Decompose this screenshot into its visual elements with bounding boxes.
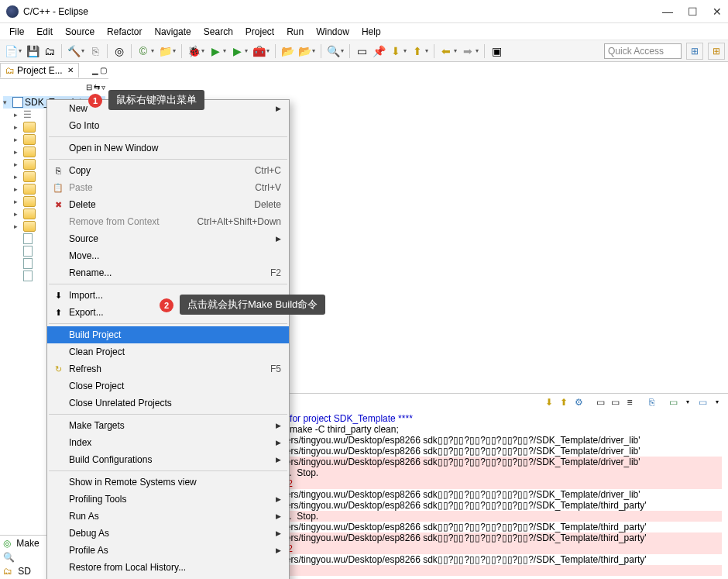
cm-label: Build Configurations <box>69 454 152 465</box>
new-folder-icon[interactable]: 📁 <box>157 43 173 59</box>
build-all-icon[interactable]: ⎘ <box>88 43 103 59</box>
project-explorer-tab[interactable]: 🗂 Project E... ✕ <box>0 63 79 78</box>
menu-navigate[interactable]: Navigate <box>148 25 197 39</box>
file-icon <box>23 233 33 244</box>
open-type-icon[interactable]: 📂 <box>280 43 295 59</box>
console-icon[interactable]: ▭ <box>609 396 621 408</box>
menu-project[interactable]: Project <box>239 25 280 39</box>
view-menu-icon[interactable]: ▿ <box>101 83 105 91</box>
cm-label: Run As <box>69 511 99 522</box>
expand-icon[interactable]: ▾ <box>3 98 11 106</box>
eclipse-logo-icon <box>6 5 19 18</box>
menu-run[interactable]: Run <box>280 25 310 39</box>
cm-profile-as[interactable]: Profile As▶ <box>47 542 289 559</box>
new-icon[interactable]: 📄 <box>3 43 19 59</box>
cm-label: Open in New Window <box>69 143 158 153</box>
clear-console-icon[interactable]: ▭ <box>594 396 606 408</box>
ext-tools-icon[interactable]: 🧰 <box>251 43 266 59</box>
close-icon[interactable]: ✕ <box>67 66 74 74</box>
cm-label: Remove from Context <box>69 216 160 227</box>
cm-label: Refresh <box>69 364 101 374</box>
profile-icon[interactable]: ▶ <box>229 43 245 59</box>
menu-source[interactable]: Source <box>59 25 101 39</box>
cm-label: Build Project <box>69 329 121 340</box>
display-console-icon[interactable]: ▭ <box>696 396 709 408</box>
cm-make-targets[interactable]: Make Targets▶ <box>47 417 289 434</box>
title-bar: C/C++ - Eclipse — ☐ ✕ <box>0 0 728 23</box>
scroll-up-icon[interactable]: ⬆ <box>558 396 570 408</box>
cm-source[interactable]: Source▶ <box>47 230 289 247</box>
folder-icon <box>23 134 36 145</box>
menu-help[interactable]: Help <box>355 25 387 39</box>
collapse-all-icon[interactable]: ⊟ <box>86 83 92 91</box>
back-icon[interactable]: ⬅ <box>438 43 454 59</box>
maximize-button[interactable]: ☐ <box>688 7 697 16</box>
cm-show-remote[interactable]: Show in Remote Systems view <box>47 474 289 491</box>
folder-icon <box>23 122 36 133</box>
cm-delete[interactable]: ✖DeleteDelete <box>47 196 289 213</box>
debug-icon[interactable]: 🐞 <box>186 43 201 59</box>
file-icon <box>23 258 33 269</box>
target-icon: ◎ <box>3 538 11 549</box>
cm-copy[interactable]: ⎘CopyCtrl+C <box>47 162 289 179</box>
prev-annotation-icon[interactable]: ⬆ <box>410 43 425 59</box>
chevron-down-icon[interactable]: ▾ <box>682 396 694 408</box>
cm-restore-history[interactable]: Restore from Local History... <box>47 559 289 576</box>
search-icon[interactable]: 🔍 <box>325 43 341 59</box>
copy-icon[interactable]: ⎘ <box>645 396 658 408</box>
main-toolbar: 📄▾ 💾 🗂 🔨▾ ⎘ ◎ ©▾ 📁▾ 🐞▾ ▶▾ ▶▾ 🧰▾ 📂 📂▾ 🔍▾ … <box>0 40 728 62</box>
file-icon <box>23 271 33 281</box>
cm-move[interactable]: Move... <box>47 247 289 264</box>
terminal-icon[interactable]: ▣ <box>489 43 504 59</box>
open-console-icon[interactable]: ▭ <box>667 396 679 408</box>
run-icon[interactable]: ▶ <box>208 43 223 59</box>
cm-clean-project[interactable]: Clean Project <box>47 343 289 360</box>
target-icon[interactable]: ◎ <box>112 43 127 59</box>
forward-icon[interactable]: ➡ <box>460 43 476 59</box>
open-task-icon[interactable]: 📂 <box>297 43 312 59</box>
cm-profiling[interactable]: Profiling Tools▶ <box>47 491 289 508</box>
save-all-icon[interactable]: 🗂 <box>42 43 57 59</box>
scroll-down-icon[interactable]: ⬇ <box>543 396 555 408</box>
menu-window[interactable]: Window <box>310 25 355 39</box>
cm-close-unrelated[interactable]: Close Unrelated Projects <box>47 395 289 412</box>
build-icon[interactable]: 🔨 <box>66 43 81 59</box>
cm-go-into[interactable]: Go Into <box>47 117 289 134</box>
quick-access-input[interactable]: Quick Access <box>604 43 682 59</box>
cm-build-project[interactable]: Build Project <box>47 326 289 343</box>
submenu-arrow-icon: ▶ <box>276 456 281 464</box>
console-icon[interactable]: ≡ <box>623 396 636 408</box>
folder-icon <box>23 146 36 157</box>
menu-edit[interactable]: Edit <box>30 25 59 39</box>
cm-label: Import... <box>69 290 103 301</box>
perspective-resource[interactable]: ⊞ <box>708 43 725 60</box>
minimize-view-icon[interactable]: ▁ <box>92 66 98 74</box>
next-annotation-icon[interactable]: ⬇ <box>388 43 403 59</box>
menu-file[interactable]: File <box>3 25 30 39</box>
maximize-view-icon[interactable]: ▢ <box>100 66 107 74</box>
pin-icon[interactable]: 📌 <box>371 43 386 59</box>
cm-refresh[interactable]: ↻RefreshF5 <box>47 360 289 377</box>
cm-rename[interactable]: Rename...F2 <box>47 264 289 281</box>
cm-close-project[interactable]: Close Project <box>47 377 289 395</box>
pin-console-icon[interactable]: ⚙ <box>572 396 585 408</box>
chevron-down-icon[interactable]: ▾ <box>711 396 723 408</box>
menu-refactor[interactable]: Refactor <box>101 25 148 39</box>
cm-build-configs[interactable]: Build Configurations▶ <box>47 451 289 468</box>
perspective-cpp[interactable]: ⊞ <box>686 43 703 60</box>
cm-label: Go Into <box>69 120 99 131</box>
cm-debug-as[interactable]: Debug As▶ <box>47 525 289 542</box>
cm-run-analysis[interactable]: ✔Run C/C++ Code Analysis <box>47 576 289 579</box>
cm-label: Debug As <box>69 528 109 539</box>
minimize-button[interactable]: — <box>663 7 672 16</box>
menu-search[interactable]: Search <box>197 25 239 39</box>
cm-index[interactable]: Index▶ <box>47 434 289 451</box>
cm-open-new-window[interactable]: Open in New Window <box>47 140 289 157</box>
save-icon[interactable]: 💾 <box>25 43 40 59</box>
new-class-icon[interactable]: © <box>136 43 151 59</box>
toggle-mark-icon[interactable]: ▭ <box>354 43 369 59</box>
close-button[interactable]: ✕ <box>713 7 722 16</box>
cm-run-as[interactable]: Run As▶ <box>47 508 289 525</box>
submenu-arrow-icon: ▶ <box>276 529 281 537</box>
link-editor-icon[interactable]: ⇆ <box>94 83 100 91</box>
